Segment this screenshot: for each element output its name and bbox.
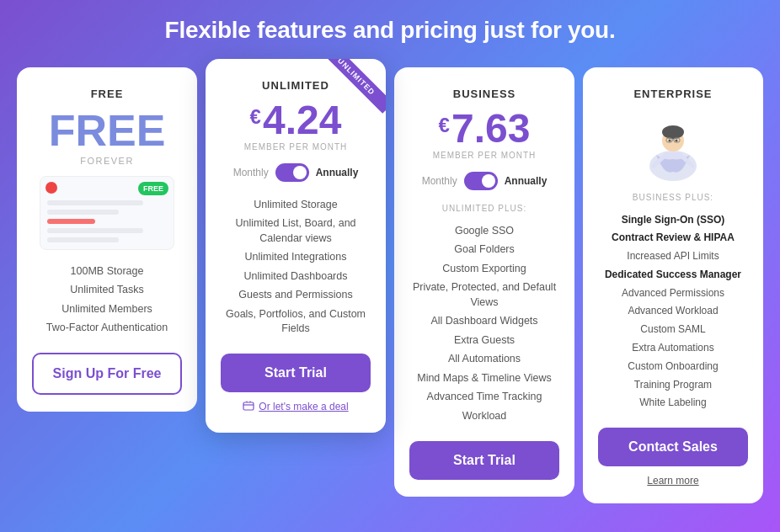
unlimited-features-list: Unlimited Storage Unlimited List, Board,…: [221, 195, 371, 338]
business-price-value: 7.63: [451, 109, 530, 149]
list-item: Contract Review & HIPAA: [598, 229, 748, 247]
list-item: Two-Factor Authentication: [32, 319, 182, 338]
list-item: Google SSO: [409, 221, 559, 241]
list-item: Increased API Limits: [598, 247, 748, 266]
mock-bar: [47, 228, 143, 233]
svg-point-8: [669, 140, 671, 142]
list-item: Dedicated Success Manager: [598, 265, 748, 284]
business-toggle-row: Monthly Annually: [422, 172, 548, 190]
list-item: Private, Protected, and Default Views: [409, 279, 559, 312]
business-toggle-annually: Annually: [505, 175, 548, 187]
unlimited-currency: €: [250, 107, 261, 127]
list-item: Custom SAML: [598, 321, 748, 339]
deal-link-text: Or let's make a deal: [259, 401, 348, 412]
list-item: Single Sign-On (SSO): [598, 210, 748, 229]
business-cta-button[interactable]: Start Trial: [409, 441, 559, 480]
svg-point-9: [676, 140, 678, 142]
enterprise-features-list: Single Sign-On (SSO) Contract Review & H…: [598, 210, 748, 412]
list-item: Goals, Portfolios, and Custom Fields: [221, 305, 371, 338]
list-item: Custom Onboarding: [598, 357, 748, 375]
enterprise-section-label: BUSINESS PLUS:: [633, 193, 713, 202]
list-item: Advanced Workload: [598, 302, 748, 321]
mock-avatar: [45, 182, 57, 194]
list-item: Unlimited Dashboards: [221, 267, 371, 286]
free-cta-button[interactable]: Sign Up For Free: [32, 353, 182, 395]
enterprise-illustration: [631, 109, 715, 184]
unlimited-toggle-row: Monthly Annually: [233, 163, 359, 182]
deal-icon: [243, 401, 254, 412]
mock-bar: [47, 237, 119, 242]
business-features-list: Google SSO Goal Folders Custom Exporting…: [409, 221, 559, 426]
free-plan-card: FREE FREE FOREVER FREE 100MB Storage Unl…: [17, 67, 197, 412]
list-item: Workload: [409, 407, 559, 426]
list-item: Custom Exporting: [409, 259, 559, 279]
list-item: Extra Automations: [598, 339, 748, 358]
list-item: Unlimited Tasks: [32, 281, 182, 301]
list-item: Extra Guests: [409, 331, 559, 350]
mock-bar: [47, 210, 119, 215]
unlimited-toggle-monthly: Monthly: [233, 167, 269, 178]
list-item: Guests and Permissions: [221, 286, 371, 306]
learn-more-link[interactable]: Learn more: [647, 475, 698, 487]
business-section-label: UNLIMITED PLUS:: [442, 204, 527, 213]
list-item: Unlimited List, Board, and Calendar view…: [221, 215, 371, 248]
unlimited-per-member: MEMBER PER MONTH: [244, 142, 348, 152]
enterprise-plan-card: ENTERPRISE: [583, 67, 763, 503]
enterprise-cta-button[interactable]: Contact Sales: [598, 428, 748, 466]
list-item: Mind Maps & Timeline Views: [409, 369, 559, 388]
toggle-knob: [293, 166, 307, 179]
mock-bar: [47, 200, 143, 205]
free-badge: FREE: [138, 182, 168, 195]
business-price: € 7.63: [439, 109, 531, 149]
svg-point-7: [662, 125, 684, 139]
pricing-cards: FREE FREE FOREVER FREE 100MB Storage Unl…: [13, 67, 767, 503]
business-toggle-monthly: Monthly: [422, 175, 457, 187]
list-item: Advanced Permissions: [598, 284, 748, 302]
enterprise-person-icon: [635, 109, 711, 184]
unlimited-toggle[interactable]: [275, 163, 309, 182]
list-item: All Dashboard Widgets: [409, 312, 559, 332]
list-item: Training Program: [598, 375, 748, 394]
free-plan-name: FREE: [91, 88, 124, 100]
unlimited-cta-button[interactable]: Start Trial: [221, 354, 371, 392]
toggle-knob: [482, 174, 495, 188]
list-item: Unlimited Storage: [221, 195, 371, 215]
unlimited-plan-card: UNLIMITED UNLIMITED € 4.24 MEMBER PER MO…: [206, 59, 386, 433]
business-plan-card: BUSINESS € 7.63 MEMBER PER MONTH Monthly…: [394, 67, 574, 497]
business-toggle[interactable]: [464, 172, 498, 190]
page-title: Flexible features and pricing just for y…: [165, 17, 616, 44]
enterprise-plan-name: ENTERPRISE: [633, 88, 712, 100]
free-plan-illustration: FREE: [40, 176, 174, 252]
list-item: Goal Folders: [409, 241, 559, 260]
list-item: 100MB Storage: [32, 262, 182, 281]
unlimited-plan-name: UNLIMITED: [262, 79, 329, 92]
mock-bar: [47, 219, 95, 224]
list-item: White Labeling: [598, 394, 748, 412]
business-per-member: MEMBER PER MONTH: [433, 151, 537, 160]
free-sub-label: FOREVER: [80, 156, 134, 166]
svg-rect-0: [243, 402, 254, 410]
unlimited-badge: UNLIMITED: [325, 59, 386, 120]
free-features-list: 100MB Storage Unlimited Tasks Unlimited …: [32, 262, 182, 338]
business-plan-name: BUSINESS: [453, 88, 516, 100]
list-item: Unlimited Integrations: [221, 248, 371, 268]
unlimited-badge-text: UNLIMITED: [325, 59, 386, 114]
deal-link[interactable]: Or let's make a deal: [243, 401, 348, 412]
free-price: FREE: [49, 109, 166, 152]
business-currency: €: [439, 115, 450, 136]
unlimited-toggle-annually: Annually: [316, 167, 359, 178]
list-item: Advanced Time Tracking: [409, 388, 559, 407]
list-item: Unlimited Members: [32, 300, 182, 319]
list-item: All Automations: [409, 350, 559, 370]
